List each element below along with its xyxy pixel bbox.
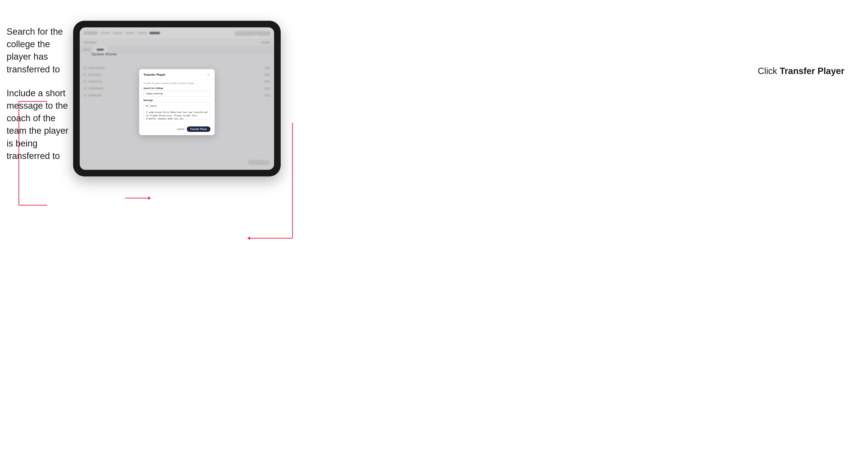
svg-marker-4 bbox=[148, 196, 151, 200]
modal-title: Transfer Player bbox=[144, 73, 165, 76]
modal-body: Transfer the player and their profile to… bbox=[139, 79, 215, 124]
svg-marker-7 bbox=[247, 237, 250, 240]
modal-footer: Cancel Transfer Player bbox=[139, 124, 215, 135]
annotation-right-prefix: Click bbox=[758, 66, 780, 76]
close-icon[interactable]: × bbox=[206, 72, 210, 76]
college-field-label: Search for College bbox=[144, 87, 210, 89]
modal-header: Transfer Player × bbox=[139, 69, 215, 79]
message-textarea[interactable] bbox=[144, 102, 210, 120]
college-search-input[interactable] bbox=[144, 91, 210, 96]
ipad-frame: Update Roster Transfer Player × Transfer… bbox=[73, 21, 281, 177]
cancel-button[interactable]: Cancel bbox=[177, 128, 184, 130]
modal-overlay: Transfer Player × Transfer the player an… bbox=[80, 27, 274, 170]
annotation-left: Search for the college the player has tr… bbox=[7, 26, 70, 174]
ipad-screen: Update Roster Transfer Player × Transfer… bbox=[80, 27, 274, 170]
annotation-text-1: Search for the college the player has tr… bbox=[7, 26, 70, 76]
annotation-text-2: Include a short message to the coach of … bbox=[7, 87, 70, 162]
transfer-player-modal: Transfer Player × Transfer the player an… bbox=[139, 69, 215, 135]
annotation-right-bold: Transfer Player bbox=[780, 66, 844, 76]
annotation-right: Click Transfer Player bbox=[758, 66, 845, 76]
transfer-player-button[interactable]: Transfer Player bbox=[187, 126, 210, 132]
message-field-label: Message bbox=[144, 99, 210, 101]
modal-description: Transfer the player and their profile to… bbox=[144, 82, 210, 85]
